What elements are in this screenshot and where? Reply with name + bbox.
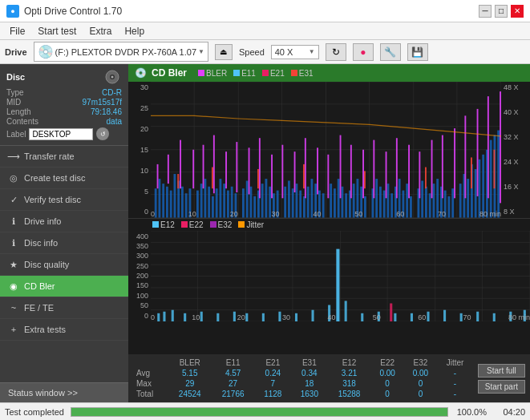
svg-rect-120 bbox=[362, 150, 364, 199]
tools-button[interactable]: 🔧 bbox=[380, 43, 401, 61]
stats-avg-e21: 0.24 bbox=[255, 368, 292, 378]
menu-extra[interactable]: Extra bbox=[83, 24, 118, 38]
svg-rect-112 bbox=[271, 155, 273, 198]
y2-200: 200 bbox=[136, 272, 148, 280]
close-button[interactable]: ✕ bbox=[511, 5, 524, 18]
y-label-10: 10 bbox=[140, 167, 148, 175]
svg-point-2 bbox=[111, 76, 114, 79]
svg-rect-104 bbox=[180, 140, 181, 189]
svg-rect-101 bbox=[497, 131, 500, 218]
stats-total-e31: 1630 bbox=[291, 389, 328, 399]
sidebar: Disc Type CD-R MID 97m15s17f Length 79:1… bbox=[0, 64, 128, 402]
stats-max-e12: 318 bbox=[328, 378, 371, 389]
status-window-button[interactable]: Status window >> bbox=[0, 382, 128, 402]
stats-col-e11: E11 bbox=[212, 357, 255, 368]
svg-rect-140 bbox=[494, 150, 496, 188]
disc-info-icon: ℹ bbox=[8, 237, 19, 248]
y2-150: 150 bbox=[136, 281, 148, 289]
y2-250: 250 bbox=[136, 262, 148, 270]
svg-rect-106 bbox=[203, 145, 204, 188]
speed-select[interactable]: 40 X ▼ bbox=[271, 45, 319, 59]
sidebar-item-verify-test-disc[interactable]: ✓ Verify test disc bbox=[0, 189, 128, 211]
stats-col-e12: E12 bbox=[328, 357, 371, 368]
type-label: Type bbox=[6, 88, 24, 97]
maximize-button[interactable]: □ bbox=[495, 5, 508, 18]
menu-help[interactable]: Help bbox=[118, 24, 151, 38]
stats-max-e11: 27 bbox=[212, 378, 255, 389]
extra-tests-icon: + bbox=[8, 324, 19, 335]
top-chart-svg bbox=[151, 82, 501, 218]
y-right-8x: 8 X bbox=[504, 208, 530, 216]
length-value: 79:18.46 bbox=[91, 107, 122, 116]
stats-max-label: Max bbox=[133, 378, 168, 389]
save-button[interactable]: 💾 bbox=[407, 43, 428, 61]
length-label: Length bbox=[6, 107, 31, 116]
stats-total-label: Total bbox=[133, 389, 168, 399]
extra-tests-label: Extra tests bbox=[24, 325, 66, 334]
label-button[interactable]: ↺ bbox=[96, 127, 109, 140]
menu-file[interactable]: File bbox=[3, 24, 31, 38]
svg-rect-126 bbox=[431, 140, 433, 199]
svg-rect-116 bbox=[317, 147, 318, 194]
bottom-chart-y: 400 350 300 250 200 150 100 50 0 bbox=[128, 231, 151, 321]
x-40: 40 bbox=[313, 210, 321, 218]
drive-label: Drive bbox=[5, 47, 27, 57]
create-disc-label: Create test disc bbox=[24, 173, 85, 183]
label-button-icon: ↺ bbox=[100, 131, 106, 138]
legend-e11-dot bbox=[233, 70, 240, 76]
sidebar-item-drive-info[interactable]: ℹ Drive info bbox=[0, 211, 128, 232]
svg-rect-158 bbox=[336, 248, 339, 321]
drive-select[interactable]: 💿 (F:) PLEXTOR DVDR PX-760A 1.07 ▼ bbox=[34, 42, 208, 62]
bottom-chart-x-labels: 0 10 20 30 40 50 60 70 80 min bbox=[151, 313, 530, 321]
y-right-40x: 40 X bbox=[504, 108, 530, 116]
menu-start-test[interactable]: Start test bbox=[31, 24, 83, 38]
disc-quality-label: Disc quality bbox=[24, 260, 69, 269]
svg-rect-133 bbox=[177, 174, 179, 188]
svg-rect-117 bbox=[327, 155, 329, 198]
y2-350: 350 bbox=[136, 242, 148, 250]
chart-cd-icon: 💿 bbox=[135, 67, 147, 79]
svg-rect-123 bbox=[396, 138, 398, 198]
drive-bar: Drive 💿 (F:) PLEXTOR DVDR PX-760A 1.07 ▼… bbox=[0, 40, 530, 64]
status-bar: Test completed 100.0% 04:20 bbox=[0, 402, 530, 420]
tools-icon: 🔧 bbox=[384, 46, 396, 58]
sidebar-item-create-test-disc[interactable]: ◎ Create test disc bbox=[0, 168, 128, 189]
sidebar-item-extra-tests[interactable]: + Extra tests bbox=[0, 319, 128, 341]
fe-te-icon: ~ bbox=[8, 302, 19, 313]
x-10: 10 bbox=[188, 210, 196, 218]
start-full-button[interactable]: Start full bbox=[478, 364, 525, 378]
y-label-25: 25 bbox=[140, 104, 148, 112]
sidebar-item-cd-bler[interactable]: ◉ CD Bler bbox=[0, 276, 128, 297]
svg-rect-108 bbox=[225, 151, 227, 188]
eject-button[interactable]: ⏏ bbox=[215, 44, 233, 60]
svg-rect-102 bbox=[157, 164, 159, 188]
sidebar-item-disc-info[interactable]: ℹ Disc info bbox=[0, 232, 128, 254]
start-part-button[interactable]: Start part bbox=[478, 380, 525, 394]
legend2-e12-dot bbox=[152, 221, 159, 228]
stats-avg-label: Avg bbox=[133, 368, 168, 378]
y-right-32x: 32 X bbox=[504, 133, 530, 141]
progress-percent: 100.0% bbox=[455, 407, 487, 417]
refresh-button[interactable]: ↻ bbox=[326, 43, 346, 61]
svg-rect-105 bbox=[192, 150, 194, 188]
svg-rect-110 bbox=[249, 147, 250, 194]
sidebar-item-transfer-rate[interactable]: ⟶ Transfer rate bbox=[0, 146, 128, 168]
label-input[interactable] bbox=[29, 128, 93, 140]
stats-col-empty bbox=[133, 357, 168, 368]
stats-col-jitter: Jitter bbox=[437, 357, 473, 368]
drive-value: (F:) PLEXTOR DVDR PX-760A 1.07 bbox=[55, 47, 196, 57]
sidebar-item-disc-quality[interactable]: ★ Disc quality bbox=[0, 254, 128, 276]
chart-header: 💿 CD Bler BLER E11 E21 E31 bbox=[128, 64, 530, 82]
chart-title: CD Bler bbox=[152, 67, 187, 79]
stats-max-e31: 18 bbox=[291, 378, 328, 389]
x2-60: 60 bbox=[418, 313, 426, 321]
x-70: 70 bbox=[438, 210, 446, 218]
stats-col-e31: E31 bbox=[291, 357, 328, 368]
legend2-e32-dot bbox=[210, 221, 216, 228]
settings-button[interactable]: ● bbox=[353, 43, 374, 61]
cd-bler-icon: ◉ bbox=[8, 281, 19, 292]
sidebar-item-fe-te[interactable]: ~ FE / TE bbox=[0, 297, 128, 319]
svg-rect-128 bbox=[454, 128, 455, 198]
minimize-button[interactable]: ─ bbox=[479, 5, 492, 18]
charts-container: 30 25 20 15 10 5 0 bbox=[128, 82, 530, 402]
